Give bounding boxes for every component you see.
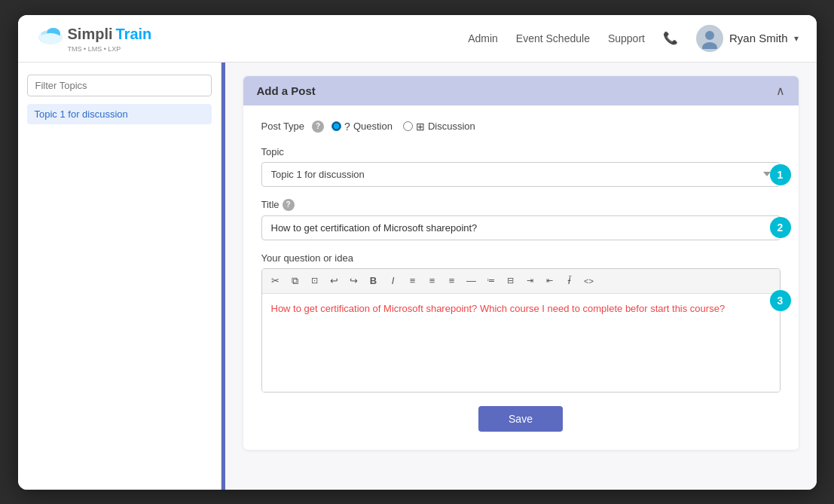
- card-header-title: Add a Post: [257, 84, 316, 97]
- toolbar-redo-button[interactable]: ↪: [345, 273, 363, 289]
- avatar-icon: [699, 28, 720, 49]
- collapse-button[interactable]: ∧: [776, 84, 785, 98]
- title-help-icon: ?: [283, 199, 295, 211]
- save-row: Save: [261, 406, 781, 432]
- toolbar-hr-button[interactable]: —: [463, 273, 481, 289]
- phone-icon: 📞: [663, 31, 678, 45]
- content-area: Add a Post ∧ Post Type ? ?: [225, 63, 817, 490]
- radio-question-icon: ?: [344, 121, 350, 133]
- nav-support[interactable]: Support: [608, 32, 645, 44]
- toolbar-align-right-button[interactable]: ≡: [443, 273, 461, 289]
- sidebar: Topic 1 for discussion: [18, 63, 221, 490]
- logo-brand: SimpliTrain: [36, 24, 152, 45]
- toolbar-remove-format-button[interactable]: Ī: [561, 273, 579, 289]
- logo-simpli: Simpli: [68, 26, 113, 43]
- toolbar-ol-button[interactable]: ⊟: [502, 273, 520, 288]
- svg-point-6: [40, 33, 61, 44]
- title-group: Title ? 2: [261, 199, 781, 240]
- avatar: [696, 25, 723, 52]
- radio-discussion-input[interactable]: [403, 121, 413, 131]
- nav-admin[interactable]: Admin: [468, 32, 498, 44]
- toolbar-copy-button[interactable]: ⧉: [286, 273, 304, 289]
- editor-label: Your question or idea: [261, 252, 781, 264]
- post-type-help-icon: ?: [312, 121, 324, 133]
- toolbar-cut-button[interactable]: ✂: [267, 273, 285, 289]
- user-area[interactable]: Ryan Smith ▾: [696, 25, 799, 52]
- radio-question-input[interactable]: [331, 121, 341, 131]
- logo-area: SimpliTrain TMS • LMS • LXP: [36, 24, 152, 53]
- save-button[interactable]: Save: [478, 406, 563, 432]
- editor-toolbar: ✂ ⧉ ⊡ ↩ ↪ B I ≡ ≡ ≡: [262, 269, 780, 294]
- nav-event-schedule[interactable]: Event Schedule: [516, 32, 590, 44]
- post-type-row: Post Type ? ? Question ⊞: [261, 121, 781, 133]
- toolbar-ul-button[interactable]: ≔: [482, 273, 500, 288]
- content-wrapper: Add a Post ∧ Post Type ? ?: [221, 63, 817, 490]
- header: SimpliTrain TMS • LMS • LXP Admin Event …: [18, 15, 817, 63]
- svg-point-7: [705, 31, 714, 40]
- app-window: SimpliTrain TMS • LMS • LXP Admin Event …: [18, 15, 817, 490]
- svg-point-8: [702, 42, 717, 49]
- editor-content-area[interactable]: How to get certification of Microsoft sh…: [262, 294, 780, 392]
- title-label: Title ?: [261, 199, 781, 211]
- filter-topics-input[interactable]: [27, 75, 212, 96]
- logo-icon: [36, 24, 65, 45]
- topic-group: Topic Topic 1 for discussion Topic 2 Top…: [261, 146, 781, 187]
- add-post-card: Add a Post ∧ Post Type ? ?: [243, 76, 799, 450]
- logo-train: Train: [116, 26, 152, 43]
- callout-1: 1: [770, 164, 791, 185]
- post-type-label: Post Type: [261, 121, 305, 132]
- toolbar-bold-button[interactable]: B: [365, 273, 383, 289]
- radio-discussion-icon: ⊞: [416, 121, 425, 133]
- toolbar-paste-button[interactable]: ⊡: [306, 273, 324, 288]
- callout-3: 3: [770, 290, 791, 311]
- card-body: Post Type ? ? Question ⊞: [243, 105, 799, 450]
- toolbar-indent-button[interactable]: ⇥: [521, 273, 539, 288]
- chevron-down-icon: ▾: [794, 33, 799, 44]
- user-name: Ryan Smith: [729, 32, 788, 44]
- toolbar-outdent-button[interactable]: ⇤: [541, 273, 559, 288]
- editor-container: ✂ ⧉ ⊡ ↩ ↪ B I ≡ ≡ ≡: [261, 268, 781, 393]
- sidebar-topic-item[interactable]: Topic 1 for discussion: [27, 104, 212, 124]
- editor-group: Your question or idea ✂ ⧉ ⊡ ↩ ↪ B I: [261, 252, 781, 393]
- radio-question[interactable]: ? Question: [331, 121, 393, 133]
- radio-group: ? Question ⊞ Discussion: [331, 121, 475, 133]
- toolbar-undo-button[interactable]: ↩: [325, 273, 344, 289]
- title-input[interactable]: [261, 215, 781, 240]
- card-header: Add a Post ∧: [243, 76, 799, 105]
- toolbar-italic-button[interactable]: I: [384, 273, 402, 289]
- toolbar-align-left-button[interactable]: ≡: [404, 273, 422, 289]
- toolbar-align-center-button[interactable]: ≡: [423, 273, 441, 289]
- radio-discussion-label: Discussion: [428, 121, 475, 132]
- radio-discussion[interactable]: ⊞ Discussion: [403, 121, 475, 133]
- logo-sub: TMS • LMS • LXP: [68, 45, 121, 53]
- topic-select[interactable]: Topic 1 for discussion Topic 2 Topic 3: [261, 162, 781, 187]
- topic-label: Topic: [261, 146, 781, 157]
- callout-2: 2: [770, 217, 791, 238]
- toolbar-source-button[interactable]: <>: [580, 274, 598, 288]
- header-nav: Admin Event Schedule Support 📞 Ryan Smit…: [468, 25, 798, 52]
- main-layout: Topic 1 for discussion Add a Post ∧ Post: [18, 63, 817, 490]
- radio-question-label: Question: [353, 121, 393, 132]
